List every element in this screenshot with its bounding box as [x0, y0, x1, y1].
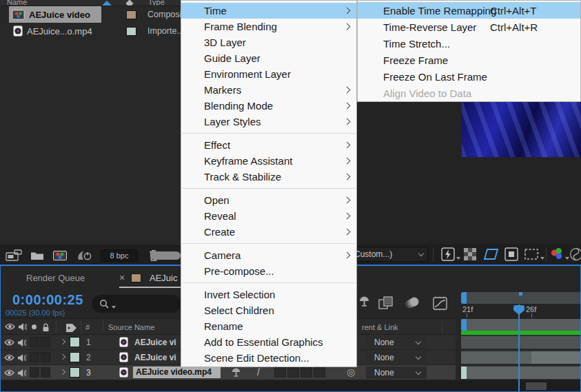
layer-name-selected[interactable]: AEJuice video.mp4: [133, 367, 221, 378]
solo-cell[interactable]: [30, 352, 39, 362]
lock-cell[interactable]: [41, 352, 50, 362]
eye-icon[interactable]: [4, 354, 14, 361]
work-area-bar[interactable]: [461, 319, 580, 331]
menu-item-pre-compose[interactable]: Pre-compose...: [181, 263, 356, 279]
bar-in-point-cap[interactable]: [461, 367, 467, 379]
twirl-arrow-icon[interactable]: [60, 354, 65, 360]
parent-link-dropdown[interactable]: None: [366, 336, 427, 349]
label-color-swatch[interactable]: [126, 10, 136, 19]
menu-item-reveal[interactable]: Reveal: [181, 208, 356, 224]
navigator-start-handle[interactable]: [461, 292, 467, 304]
layer-duration-bar[interactable]: [461, 367, 580, 379]
submenu-item-enable-time-remapping[interactable]: Enable Time Remapping Ctrl+Alt+T: [358, 2, 580, 19]
audio-icon[interactable]: [17, 369, 26, 378]
solo-icon[interactable]: [32, 324, 37, 329]
solo-cell[interactable]: [30, 367, 39, 378]
layer-color-swatch[interactable]: [70, 337, 80, 347]
channel-settings-icon[interactable]: [550, 247, 569, 261]
audio-icon[interactable]: [17, 338, 26, 347]
region-of-interest-icon[interactable]: [524, 247, 544, 261]
solo-cell[interactable]: [30, 337, 39, 347]
new-folder-icon[interactable]: [30, 251, 44, 260]
menu-item-layer-styles[interactable]: Layer Styles: [181, 114, 356, 130]
menu-item-invert-selection[interactable]: Invert Selection: [181, 287, 356, 302]
tab-composition[interactable]: AEJuic: [150, 273, 177, 283]
menu-item-rename[interactable]: Rename: [181, 318, 356, 334]
menu-item-keyframe-assistant[interactable]: Keyframe Assistant: [181, 153, 356, 169]
submenu-item-time-reverse-layer[interactable]: Time-Reverse Layer Ctrl+Alt+R: [358, 19, 580, 35]
interpret-footage-icon[interactable]: [6, 249, 22, 261]
layer-row-3[interactable]: 3 AEJuice video.mp4 / ◎ None: [1, 365, 456, 380]
column-type-header[interactable]: Type: [148, 0, 165, 6]
sort-arrow-icon[interactable]: [102, 1, 112, 6]
timeline-search-input[interactable]: [92, 295, 181, 313]
twirl-arrow-icon[interactable]: [60, 369, 65, 375]
timeline-navigator-bar[interactable]: [461, 292, 580, 304]
column-source-name-header[interactable]: Source Name: [108, 323, 154, 331]
parent-link-dropdown[interactable]: None: [366, 367, 427, 379]
title-action-safe-icon[interactable]: [504, 247, 518, 261]
label-color-swatch[interactable]: [126, 27, 136, 36]
close-tab-icon[interactable]: ×: [119, 272, 125, 283]
quality-switch-icon[interactable]: /: [257, 367, 260, 378]
work-area-start-handle[interactable]: [461, 319, 467, 331]
menu-item-environment-layer[interactable]: Environment Layer: [181, 66, 356, 82]
menu-item-create[interactable]: Create: [181, 224, 356, 240]
motion-blur-icon[interactable]: [405, 296, 420, 309]
audio-icon[interactable]: [18, 322, 27, 331]
audio-icon[interactable]: [17, 353, 26, 362]
pickwhip-icon[interactable]: ◎: [347, 367, 355, 378]
menu-item-frame-blending[interactable]: Frame Blending: [181, 19, 356, 34]
bit-depth-button[interactable]: 8 bpc: [101, 249, 138, 262]
eye-icon[interactable]: [4, 339, 14, 346]
menu-item-track-stabilize[interactable]: Track & Stabilize: [181, 169, 356, 185]
layer-color-swatch[interactable]: [70, 367, 80, 378]
menu-item-markers[interactable]: Markers: [181, 82, 356, 98]
menu-item-scene-edit-detection[interactable]: Scene Edit Detection...: [181, 350, 356, 366]
lock-icon[interactable]: [42, 323, 50, 332]
menu-item-select-children[interactable]: Select Children: [181, 302, 356, 318]
layer-name[interactable]: AEJuice vi: [134, 353, 176, 362]
tab-render-queue[interactable]: Render Queue: [26, 273, 85, 283]
effects-toggle-icon[interactable]: [76, 250, 92, 261]
shy-toggle-icon[interactable]: [358, 296, 370, 307]
lock-cell[interactable]: [41, 367, 50, 378]
project-item-footage[interactable]: AEJuice...o.mp4 Importe...EX: [0, 23, 181, 39]
parent-link-dropdown[interactable]: None: [366, 351, 427, 364]
column-name-header[interactable]: Name: [7, 0, 27, 6]
menu-item-guide-layer[interactable]: Guide Layer: [181, 50, 356, 66]
layer-duration-bar[interactable]: [461, 351, 580, 364]
switch-cell[interactable]: [314, 367, 325, 378]
menu-item-open[interactable]: Open: [181, 192, 356, 208]
eye-icon[interactable]: [5, 323, 15, 330]
shy-toggle-icon[interactable]: [231, 368, 241, 377]
current-timecode[interactable]: 0:00:00:25: [12, 292, 83, 308]
fast-previews-quality-dropdown[interactable]: (Custom...): [347, 247, 428, 262]
menu-item-time[interactable]: Time: [181, 3, 356, 19]
layer-name[interactable]: AEJuice vi: [134, 338, 176, 347]
menu-item-camera[interactable]: Camera: [181, 247, 356, 263]
roi-tool-icon-active[interactable]: [484, 247, 499, 261]
transparency-grid-icon[interactable]: [463, 247, 477, 261]
layer-duration-bar[interactable]: [461, 336, 580, 349]
column-number-header[interactable]: #: [85, 323, 90, 331]
label-tag-icon[interactable]: [65, 323, 77, 333]
project-columns-header[interactable]: Name Type: [0, 0, 181, 6]
new-composition-icon[interactable]: [52, 250, 68, 261]
project-item-composition[interactable]: AEJuice video Composition: [0, 6, 181, 23]
fast-previews-icon[interactable]: [441, 247, 460, 261]
layer-color-swatch[interactable]: [70, 352, 80, 362]
submenu-item-time-stretch[interactable]: Time Stretch...: [358, 35, 580, 52]
horizontal-scrollbar[interactable]: [150, 251, 181, 260]
switch-cell[interactable]: [287, 367, 299, 378]
menu-item-add-to-essential-graphics[interactable]: Add to Essential Graphics: [181, 334, 356, 350]
menu-item-blending-mode[interactable]: Blending Mode: [181, 98, 356, 114]
graph-editor-icon[interactable]: [432, 296, 448, 311]
playhead-line[interactable]: [518, 305, 520, 391]
submenu-item-freeze-on-last-frame[interactable]: Freeze On Last Frame: [358, 68, 580, 85]
switch-cell[interactable]: [300, 367, 312, 378]
scroll-thumb[interactable]: [526, 382, 547, 390]
lock-cell[interactable]: [41, 337, 50, 347]
menu-item-effect[interactable]: Effect: [181, 137, 356, 153]
submenu-item-freeze-frame[interactable]: Freeze Frame: [358, 52, 580, 68]
